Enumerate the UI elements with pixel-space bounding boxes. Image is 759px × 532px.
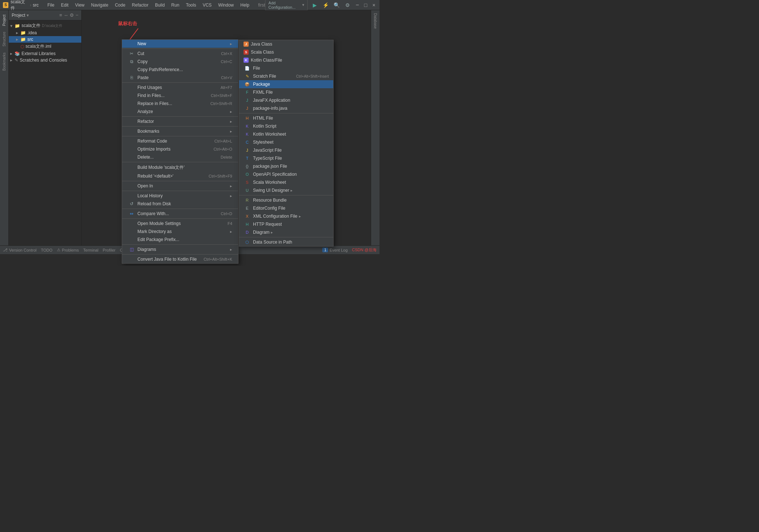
tree-item-scratches[interactable]: ▸ ✎ Scratches and Consoles <box>9 57 81 63</box>
submenu-scala-worksheet[interactable]: S Scala Worksheet <box>239 178 333 186</box>
menu-vcs[interactable]: VCS <box>200 2 215 8</box>
ctx-item-compare[interactable]: ⇔ Compare With... Ctrl+D <box>122 210 238 218</box>
submenu-scratch[interactable]: ✎ Scratch File Ctrl+Alt+Shift+Insert <box>239 72 333 80</box>
project-panel-dropdown-icon[interactable]: ▾ <box>27 13 29 18</box>
ctx-item-replace-files[interactable]: Replace in Files... Ctrl+Shift+R <box>122 100 238 108</box>
search-everywhere-button[interactable]: 🔍 <box>332 1 340 9</box>
close-button[interactable]: × <box>371 2 377 8</box>
ctx-item-bookmarks[interactable]: Bookmarks ▸ <box>122 127 238 135</box>
ctx-item-mark-dir[interactable]: Mark Directory as ▸ <box>122 228 238 236</box>
submenu-css-label: Stylesheet <box>253 140 273 145</box>
ctx-item-open-in[interactable]: Open In ▸ <box>122 182 238 190</box>
submenu-ts[interactable]: T TypeScript File <box>239 154 333 162</box>
maximize-button[interactable]: □ <box>363 2 369 8</box>
submenu-http[interactable]: H HTTP Request <box>239 220 333 228</box>
submenu-css[interactable]: C Stylesheet <box>239 138 333 146</box>
ctx-item-pkg-prefix[interactable]: Edit Package Prefix... <box>122 236 238 244</box>
ctx-item-convert-kotlin[interactable]: Convert Java File to Kotlin File Ctrl+Al… <box>122 255 238 263</box>
submenu-package-info[interactable]: J package-info.java <box>239 104 333 112</box>
submenu-editorconfig[interactable]: E EditorConfig File <box>239 204 333 212</box>
menu-window[interactable]: Window <box>215 2 237 8</box>
menu-tools[interactable]: Tools <box>183 2 199 8</box>
menu-edit[interactable]: Edit <box>58 2 71 8</box>
statusbar-todo[interactable]: TODO <box>41 248 52 252</box>
tree-item-scala[interactable]: ▾ 📁 scala文件 D:\scala文件 <box>9 22 81 30</box>
statusbar-right: 1 Event Log CSDN @后海 <box>322 247 377 253</box>
run-button[interactable]: ▶ <box>311 1 319 9</box>
submenu-java-class[interactable]: J Java Class <box>239 40 333 48</box>
package-icon: 📦 <box>244 82 251 87</box>
menu-code[interactable]: Code <box>112 2 128 8</box>
ctx-item-copy-path[interactable]: Copy Path/Reference... <box>122 66 238 74</box>
submenu-resource[interactable]: R Resource Bundle <box>239 196 333 204</box>
submenu-diagram[interactable]: D Diagram ▸ <box>239 228 333 236</box>
menu-view[interactable]: View <box>72 2 87 8</box>
submenu-package-label: Package <box>253 82 270 87</box>
submenu-kotlin-class[interactable]: K Kotlin Class/File <box>239 56 333 64</box>
submenu-datasource[interactable]: ⬡ Data Source in Path <box>239 238 333 246</box>
submenu-swing[interactable]: U Swing UI Designer ▸ <box>239 186 333 194</box>
submenu-fxml[interactable]: F FXML File <box>239 88 333 96</box>
sidebar-item-structure[interactable]: Structure <box>1 29 7 50</box>
run-config[interactable]: Add Configuration... ▾ <box>265 0 308 11</box>
submenu-js[interactable]: J JavaScript File <box>239 146 333 154</box>
sidebar-item-project[interactable]: Project <box>1 12 7 29</box>
minimize-button[interactable]: − <box>355 2 360 8</box>
scala-class-icon: S <box>244 50 249 55</box>
submenu-html[interactable]: H HTML File <box>239 114 333 122</box>
ctx-item-cut[interactable]: ✂ Cut Ctrl+X <box>122 50 238 58</box>
sidebar-item-bookmarks[interactable]: Bookmarks <box>1 50 7 74</box>
menu-refactor[interactable]: Refactor <box>129 2 151 8</box>
ctx-item-paste[interactable]: ⎘ Paste Ctrl+V <box>122 74 238 82</box>
submenu-package[interactable]: 📦 Package <box>239 80 333 88</box>
ctx-item-reload[interactable]: ↺ Reload from Disk <box>122 200 238 208</box>
ctx-item-local-history[interactable]: Local History ▸ <box>122 192 238 200</box>
statusbar-version-control[interactable]: ⎇ Version Control <box>3 248 36 252</box>
menu-file[interactable]: File <box>44 2 57 8</box>
ctx-item-new[interactable]: New ▸ J Java Class S Scala Class <box>122 40 238 48</box>
expand-icon[interactable]: ↔ <box>63 12 68 18</box>
submenu-kotlin-script[interactable]: K Kotlin Script <box>239 122 333 130</box>
submenu-kotlin-worksheet[interactable]: K Kotlin Worksheet <box>239 130 333 138</box>
debug-button[interactable]: ⚡ <box>322 1 330 9</box>
menu-build[interactable]: Build <box>152 2 168 8</box>
ctx-item-rebuild[interactable]: Rebuild '<default>' Ctrl+Shift+F9 <box>122 172 238 180</box>
tree-arrow-scratches: ▸ <box>10 58 15 63</box>
statusbar-problems[interactable]: ⚠ Problems <box>57 248 79 252</box>
tree-item-iml[interactable]: ▸ ⬡ scala文件.iml <box>9 43 81 50</box>
submenu-xml[interactable]: X XML Configuration File ▸ <box>239 212 333 220</box>
tree-item-idea[interactable]: ▸ 📁 .idea <box>9 30 81 36</box>
ctx-item-find-usages[interactable]: Find Usages Alt+F7 <box>122 84 238 92</box>
resource-icon: R <box>244 198 251 202</box>
ctx-item-refactor[interactable]: Refactor ▸ <box>122 117 238 125</box>
close-panel-icon[interactable]: − <box>75 12 78 18</box>
sidebar-item-database[interactable]: Database <box>372 10 378 32</box>
collapse-all-icon[interactable]: ≡ <box>59 12 62 18</box>
ctx-item-build-module[interactable]: Build Module 'scala文件' <box>122 163 238 172</box>
statusbar-event-log[interactable]: 1 Event Log <box>322 248 347 252</box>
submenu-file[interactable]: 📄 File <box>239 64 333 72</box>
ctx-item-optimize[interactable]: Optimize Imports Ctrl+Alt+O <box>122 145 238 153</box>
submenu-json[interactable]: {} package.json File <box>239 162 333 170</box>
folder-icon: 📁 <box>15 23 20 28</box>
ctx-item-find-files[interactable]: Find in Files... Ctrl+Shift+F <box>122 92 238 100</box>
ctx-item-copy[interactable]: ⧉ Copy Ctrl+C <box>122 58 238 66</box>
git-icon: ⎇ <box>3 248 8 252</box>
submenu-scala-class[interactable]: S Scala Class <box>239 48 333 56</box>
ctx-item-diagrams[interactable]: ◫ Diagrams ▸ <box>122 245 238 253</box>
submenu-javafx[interactable]: J JavaFX Application <box>239 96 333 104</box>
tree-item-ext-libs[interactable]: ▸ 📚 External Libraries <box>9 50 81 57</box>
submenu-openapi[interactable]: O OpenAPI Specification <box>239 170 333 178</box>
menu-help[interactable]: Help <box>237 2 252 8</box>
statusbar-profiler[interactable]: Profiler <box>103 248 116 252</box>
tree-item-src[interactable]: ▸ 📁 src <box>9 36 81 43</box>
ctx-item-delete[interactable]: Delete... Delete <box>122 153 238 161</box>
settings-icon[interactable]: ⚙ <box>70 12 74 18</box>
ctx-item-analyze[interactable]: Analyze ▸ <box>122 108 238 116</box>
settings-button[interactable]: ⚙ <box>344 1 352 9</box>
statusbar-terminal[interactable]: Terminal <box>83 248 98 252</box>
ctx-item-reformat[interactable]: Reformat Code Ctrl+Alt+L <box>122 137 238 145</box>
menu-run[interactable]: Run <box>168 2 182 8</box>
menu-navigate[interactable]: Navigate <box>88 2 111 8</box>
ctx-item-module-settings[interactable]: Open Module Settings F4 <box>122 220 238 228</box>
